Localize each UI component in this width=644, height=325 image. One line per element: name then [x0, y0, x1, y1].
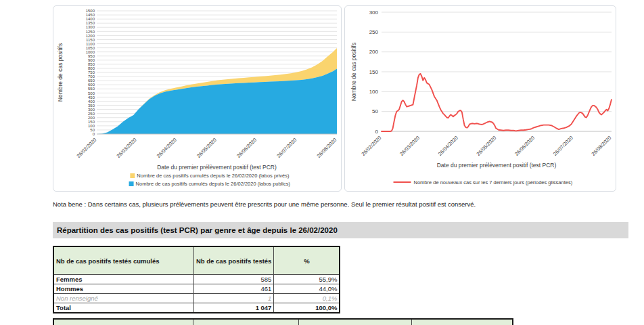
svg-text:26/08/2020: 26/08/2020	[591, 135, 613, 157]
row-count: 585	[194, 275, 274, 284]
svg-text:800: 800	[88, 66, 95, 70]
svg-text:200: 200	[369, 49, 379, 55]
cumulative-cases-stacked-area-chart: 0501001502002503003504004505005506006507…	[53, 6, 341, 191]
svg-text:150: 150	[88, 120, 95, 124]
svg-text:550: 550	[88, 87, 95, 91]
svg-text:900: 900	[88, 58, 95, 62]
svg-text:Nombre de cas positifs cumulés: Nombre de cas positifs cumulés depuis le…	[137, 173, 290, 179]
svg-text:250: 250	[369, 29, 379, 35]
svg-text:26/03/2020: 26/03/2020	[398, 135, 421, 157]
gender-table-header-count: Nb de cas positifs testés	[194, 246, 274, 275]
x-axis-tick-labels: 26/02/202026/03/202026/04/202026/05/2020…	[361, 135, 613, 157]
cumulative-cases-chart-panel: 0501001502002503003504004505005506006507…	[53, 5, 342, 192]
svg-text:Nombre de cas positifs cumulés: Nombre de cas positifs cumulés depuis le…	[136, 181, 291, 187]
svg-text:1400: 1400	[86, 17, 95, 21]
new-cases-line	[382, 74, 612, 131]
svg-text:1350: 1350	[86, 21, 95, 25]
row-pct: 55,9%	[274, 275, 340, 284]
age-table-header-hommes: Hommes	[193, 319, 299, 325]
x-axis-title: Date du premier prélèvement positif (tes…	[157, 164, 277, 171]
svg-text:26/07/2020: 26/07/2020	[275, 137, 298, 159]
svg-text:200: 200	[88, 116, 95, 120]
y-axis-title: Nombre de cas positifs	[350, 43, 357, 101]
age-table-header-row: Hommes Femmes Total	[53, 319, 513, 325]
svg-text:1450: 1450	[86, 13, 95, 17]
svg-text:700: 700	[88, 74, 95, 79]
svg-text:650: 650	[88, 79, 95, 83]
svg-text:Nombre de nouveaux cas sur les: Nombre de nouveaux cas sur les 7 dernier…	[414, 179, 573, 186]
svg-text:1500: 1500	[86, 9, 95, 13]
row-pct: 100,0%	[274, 303, 340, 313]
nota-bene-text: Nota bene : Dans certains cas, plusieurs…	[53, 200, 621, 208]
x-axis-tick-labels: 26/02/202026/03/202026/04/202026/05/2020…	[76, 137, 338, 159]
svg-text:1000: 1000	[86, 50, 95, 54]
legend-swatch	[129, 181, 134, 186]
y-axis-title: Nombre de cas positifs	[57, 43, 64, 102]
svg-text:0: 0	[93, 132, 95, 136]
report-page: { "note": "Nota bene : Dans certains cas…	[0, 0, 644, 325]
gender-table-header-label: Nb de cas positifs testés cumulés	[53, 246, 194, 275]
x-axis-title: Date du premier prélèvement positif (tes…	[437, 162, 557, 169]
svg-text:1250: 1250	[86, 30, 95, 34]
row-label: Non renseigné	[53, 294, 194, 303]
svg-text:500: 500	[88, 91, 95, 95]
table-row-femmes: Femmes 585 55,9%	[53, 275, 340, 284]
svg-text:850: 850	[88, 62, 95, 66]
svg-text:26/02/2020: 26/02/2020	[361, 135, 383, 157]
gridlines	[382, 12, 612, 112]
svg-text:1200: 1200	[86, 34, 95, 38]
row-pct: 0,1%	[274, 294, 340, 303]
svg-text:400: 400	[88, 100, 95, 104]
svg-text:250: 250	[88, 112, 95, 116]
table-row-non-renseigne: Non renseigné 1 0,1%	[53, 294, 340, 303]
gender-table-header-pct: %	[274, 246, 340, 275]
y-axis-tick-labels: 050100150200250300	[369, 9, 379, 135]
gender-distribution-table: Nb de cas positifs testés cumulés Nb de …	[53, 246, 340, 313]
svg-text:1100: 1100	[86, 42, 95, 46]
svg-text:26/04/2020: 26/04/2020	[156, 137, 178, 159]
svg-text:1050: 1050	[86, 46, 95, 50]
svg-text:0: 0	[375, 129, 379, 135]
gender-table-header-row: Nb de cas positifs testés cumulés Nb de …	[53, 246, 340, 275]
new-cases-chart-panel: 05010015020025030026/02/202026/03/202026…	[344, 5, 616, 192]
svg-text:26/03/2020: 26/03/2020	[116, 137, 138, 159]
svg-text:100: 100	[369, 89, 379, 95]
legend: Nombre de cas positifs cumulés depuis le…	[129, 173, 291, 187]
svg-text:750: 750	[88, 70, 95, 74]
svg-text:26/02/2020: 26/02/2020	[76, 137, 98, 159]
section-title: Répartition des cas positifs (test PCR) …	[53, 222, 628, 238]
table-row-total: Total 1 047 100,0%	[53, 303, 340, 313]
svg-text:100: 100	[88, 124, 95, 128]
age-table-header-blank	[53, 319, 193, 325]
legend: Nombre de nouveaux cas sur les 7 dernier…	[394, 179, 573, 186]
svg-text:26/07/2020: 26/07/2020	[552, 135, 574, 157]
svg-text:26/04/2020: 26/04/2020	[437, 135, 459, 157]
svg-text:26/06/2020: 26/06/2020	[513, 135, 536, 157]
row-label: Femmes	[53, 275, 194, 284]
row-pct: 44,0%	[274, 284, 340, 294]
svg-text:950: 950	[88, 54, 95, 58]
svg-text:600: 600	[88, 83, 95, 87]
svg-text:300: 300	[88, 108, 95, 112]
svg-text:26/06/2020: 26/06/2020	[235, 137, 258, 159]
row-label: Hommes	[53, 284, 194, 294]
age-distribution-table-partial: Hommes Femmes Total	[53, 318, 513, 325]
svg-text:26/05/2020: 26/05/2020	[476, 135, 498, 157]
svg-text:26/08/2020: 26/08/2020	[316, 137, 338, 159]
svg-text:1150: 1150	[86, 38, 95, 42]
svg-text:300: 300	[369, 9, 379, 16]
svg-text:150: 150	[369, 69, 379, 75]
age-table-header-total: Total	[412, 319, 513, 325]
svg-text:50: 50	[372, 108, 378, 114]
svg-text:1300: 1300	[86, 25, 95, 29]
svg-text:450: 450	[88, 95, 95, 100]
svg-text:26/05/2020: 26/05/2020	[196, 137, 218, 159]
table-row-hommes: Hommes 461 44,0%	[53, 284, 340, 294]
svg-text:350: 350	[88, 104, 95, 108]
y-axis-tick-labels: 0501001502002503003504004505005506006507…	[86, 9, 95, 136]
svg-text:50: 50	[90, 128, 95, 132]
row-count: 461	[194, 284, 274, 294]
row-label: Total	[53, 303, 194, 313]
legend-swatch	[130, 173, 135, 178]
row-count: 1 047	[194, 303, 274, 313]
